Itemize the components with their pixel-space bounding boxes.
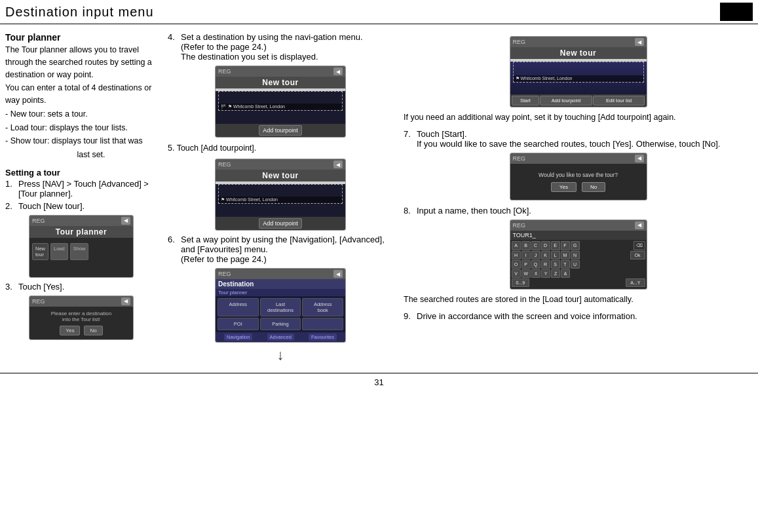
nt-footer-2: Add tourpoint [216, 217, 345, 230]
add-tourpoint-btn-3[interactable]: Add tourpoint [540, 96, 592, 105]
reg-label-2: REG [32, 298, 45, 305]
location-label-2: ⚑ Whitcomb Street, London [219, 197, 342, 203]
dest-parking-btn[interactable]: Parking [260, 318, 301, 330]
nt-reg-2: REG [218, 161, 231, 168]
kb-screen-bar: REG ◀ [510, 220, 647, 231]
dest-address-btn[interactable]: Address [218, 298, 259, 316]
header-decoration [720, 3, 753, 21]
add-tourpoint-btn-2[interactable]: Add tourpoint [259, 218, 302, 229]
tour-planner-screen: REG ◀ Tour planner Newtour Load Show [29, 215, 134, 278]
dest-advanced-btn[interactable]: Advanced [267, 333, 294, 341]
start-btn[interactable]: Start [512, 96, 540, 105]
key-g[interactable]: G [571, 241, 580, 250]
key-o[interactable]: O [512, 260, 521, 269]
key-i[interactable]: I [521, 251, 531, 259]
key-k[interactable]: K [541, 251, 550, 259]
destination-screen: REG ◀ Destination Tour planner Address L… [215, 268, 346, 343]
keyboard-screen: REG ◀ TOUR1_ A B C D E F G ⌫ H [510, 219, 647, 290]
stored-info: The searched routes are stored in the [L… [404, 294, 753, 306]
key-t[interactable]: T [561, 260, 570, 269]
save-yes-btn[interactable]: Yes [551, 182, 577, 192]
key-m[interactable]: M [561, 251, 570, 259]
dest-screen-bar: REG ◀ [216, 269, 345, 279]
key-s[interactable]: S [551, 260, 560, 269]
column-2: 4. Set a destination by using the navi-g… [162, 32, 398, 366]
save-reg: REG [513, 155, 526, 162]
yes-button[interactable]: Yes [60, 326, 80, 335]
dest-last-btn[interactable]: Lastdestinations [260, 298, 301, 316]
step-6: 6. Set a way point by using the [Navigat… [168, 235, 393, 264]
key-del[interactable]: ⌫ [634, 241, 645, 250]
key-ok[interactable]: Ok [630, 251, 645, 259]
kb-input-text: TOUR1_ [513, 232, 536, 238]
new-tour-screen-2: REG ◀ New tour ⚑ Whitcomb Street, London… [215, 159, 346, 231]
additional-way-point-info: If you need an additional way point, set… [404, 111, 753, 124]
new-tour-screen-1: REG ◀ New tour ⚑ Whitcomb Street, London… [215, 66, 346, 138]
load-btn[interactable]: Load [50, 243, 68, 260]
key-ay[interactable]: A...Y [626, 278, 645, 287]
key-b[interactable]: B [521, 241, 531, 250]
key-amp[interactable]: & [561, 269, 570, 278]
dest-nav-bar: Navigation Advanced Favourites [216, 332, 345, 342]
new-tour-top-screen: REG ◀ New tour ⚑ Whitcomb Street, London… [510, 36, 647, 107]
new-tour-btn[interactable]: Newtour [32, 243, 48, 260]
top-reg: REG [513, 39, 526, 45]
show-btn[interactable]: Show [70, 243, 89, 260]
add-tourpoint-btn-1[interactable]: Add tourpoint [259, 125, 302, 136]
key-n[interactable]: N [571, 251, 580, 259]
reg-label: REG [32, 218, 45, 224]
step-9: 9. Drive in accordance with the screen a… [404, 311, 753, 321]
key-y[interactable]: Y [541, 269, 550, 278]
tour-planner-new: - New tour: sets a tour. [5, 108, 157, 121]
key-c[interactable]: C [531, 241, 540, 250]
key-h[interactable]: H [512, 251, 521, 259]
edit-tour-list-btn[interactable]: Edit tour list [593, 96, 645, 105]
key-09[interactable]: 0...9 [512, 278, 530, 287]
dest-favourites-btn[interactable]: Favourites [309, 333, 337, 341]
kb-row-4: V W X Y Z & [512, 269, 645, 278]
key-l[interactable]: L [551, 251, 560, 259]
save-no-btn[interactable]: No [582, 182, 605, 192]
key-q[interactable]: Q [531, 260, 540, 269]
kb-back: ◀ [635, 221, 644, 229]
save-dialog-body: Would you like to save the tour? Yes No [510, 164, 647, 200]
kb-row-5: 0...9 A...Y [512, 278, 645, 287]
step-5: 5. Touch [Add tourpoint]. [168, 142, 393, 155]
key-d[interactable]: D [541, 241, 550, 250]
key-a[interactable]: A [512, 241, 521, 250]
key-p[interactable]: P [521, 260, 531, 269]
back-button-2: ◀ [121, 297, 130, 305]
key-f[interactable]: F [561, 241, 570, 250]
key-u[interactable]: U [571, 260, 580, 269]
nt-screen-bar-2: REG ◀ [216, 159, 345, 170]
dest-reg: REG [218, 271, 231, 277]
dest-grid: Address Lastdestinations Addressbook POI… [216, 296, 345, 332]
back-button: ◀ [121, 217, 130, 225]
dest-book-btn[interactable]: Addressbook [302, 298, 343, 316]
dest-empty-btn [302, 318, 343, 330]
key-r[interactable]: R [541, 260, 550, 269]
key-x[interactable]: X [531, 269, 540, 278]
key-z[interactable]: Z [551, 269, 560, 278]
dest-title: Destination [216, 279, 345, 289]
location-label-1: ⚑ Whitcomb Street, London [219, 104, 342, 110]
dest-poi-btn[interactable]: POI [218, 318, 259, 330]
page-number: 31 [0, 373, 758, 390]
kb-input-bar: TOUR1_ [510, 231, 647, 240]
dotted-region-2: ⚑ Whitcomb Street, London [218, 184, 343, 204]
no-button[interactable]: No [84, 326, 102, 335]
key-j[interactable]: J [531, 251, 540, 259]
down-arrow: ↓ [168, 347, 393, 364]
step-2: 2. Touch [New tour]. [5, 201, 157, 211]
yesno-buttons: Yes No [60, 326, 102, 335]
key-w[interactable]: W [521, 269, 531, 278]
nt-body-2: ⚑ Whitcomb Street, London [216, 184, 345, 217]
dest-back: ◀ [333, 270, 343, 278]
key-e[interactable]: E [551, 241, 560, 250]
page-title: Destination input menu [5, 5, 154, 20]
dotted-region-1: ⚑ Whitcomb Street, London [218, 91, 343, 111]
key-v[interactable]: V [512, 269, 521, 278]
dest-navigation-btn[interactable]: Navigation [224, 333, 252, 341]
nt-title-1: New tour [216, 77, 345, 88]
kb-body: A B C D E F G ⌫ H I J K L M N Ok [510, 240, 647, 289]
